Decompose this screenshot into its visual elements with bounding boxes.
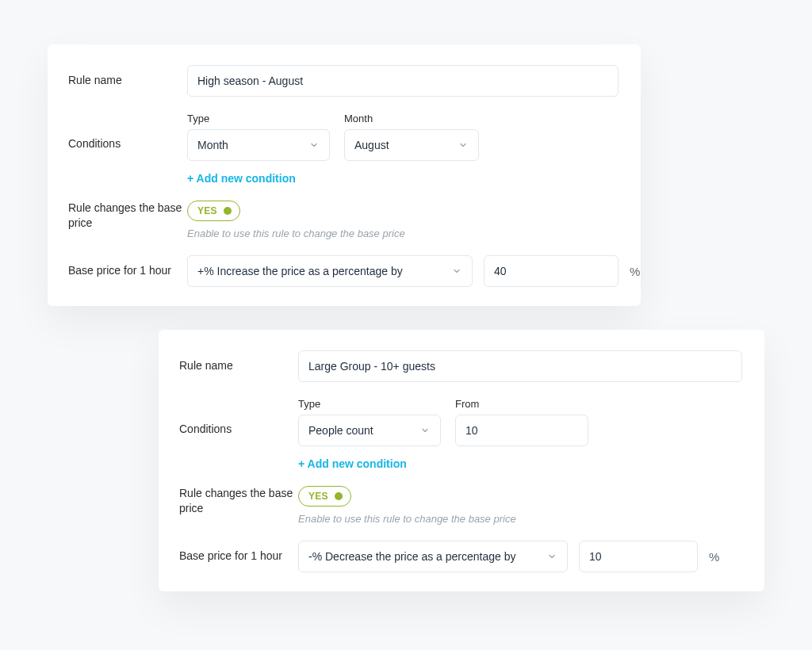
price-operation-value: +% Increase the price as a percentage by (197, 265, 403, 277)
condition-from-label: From (455, 398, 588, 410)
condition-from-input[interactable] (455, 415, 588, 446)
toggle-text: YES (197, 205, 217, 216)
condition-month-value: August (354, 139, 389, 151)
condition-type-select[interactable]: Month (187, 129, 330, 161)
price-amount-input[interactable] (484, 255, 619, 287)
chevron-down-icon (456, 138, 470, 152)
rule-name-input[interactable] (187, 65, 619, 97)
base-price-label: Base price for 1 hour (179, 541, 298, 564)
chevron-down-icon (307, 138, 321, 152)
rule-name-label: Rule name (68, 65, 187, 88)
pricing-rule-card: Rule name Conditions Type People count (159, 330, 764, 591)
toggle-dot-icon (335, 492, 343, 500)
conditions-label: Conditions (68, 113, 187, 151)
price-operation-select[interactable]: +% Increase the price as a percentage by (187, 255, 473, 287)
price-operation-value: -% Decrease the price as a percentage by (308, 550, 515, 563)
changes-base-price-toggle[interactable]: YES (298, 486, 351, 507)
conditions-label: Conditions (179, 398, 298, 437)
condition-type-value: Month (197, 139, 228, 151)
changes-base-price-label: Rule changes the base price (68, 201, 187, 231)
chevron-down-icon (418, 423, 432, 438)
rule-name-label: Rule name (179, 350, 298, 373)
percent-suffix: % (630, 265, 640, 278)
base-price-label: Base price for 1 hour (68, 255, 187, 278)
condition-type-select[interactable]: People count (298, 415, 441, 446)
toggle-text: YES (308, 491, 328, 502)
changes-base-price-helper: Enable to use this rule to change the ba… (187, 228, 619, 239)
changes-base-price-label: Rule changes the base price (179, 486, 298, 516)
chevron-down-icon (545, 549, 559, 564)
add-condition-link[interactable]: + Add new condition (298, 457, 407, 470)
changes-base-price-toggle[interactable]: YES (187, 201, 240, 221)
condition-month-label: Month (344, 113, 479, 124)
condition-type-value: People count (308, 424, 373, 437)
price-amount-input[interactable] (579, 541, 698, 572)
pricing-rule-card: Rule name Conditions Type Month (48, 44, 641, 306)
price-operation-select[interactable]: -% Decrease the price as a percentage by (298, 541, 568, 572)
condition-month-select[interactable]: August (344, 129, 479, 161)
condition-type-label: Type (298, 398, 441, 410)
changes-base-price-helper: Enable to use this rule to change the ba… (298, 513, 742, 525)
percent-suffix: % (709, 550, 719, 564)
toggle-dot-icon (224, 207, 232, 215)
add-condition-link[interactable]: + Add new condition (187, 172, 296, 185)
condition-type-label: Type (187, 113, 330, 124)
chevron-down-icon (450, 264, 464, 278)
rule-name-input[interactable] (298, 350, 742, 382)
